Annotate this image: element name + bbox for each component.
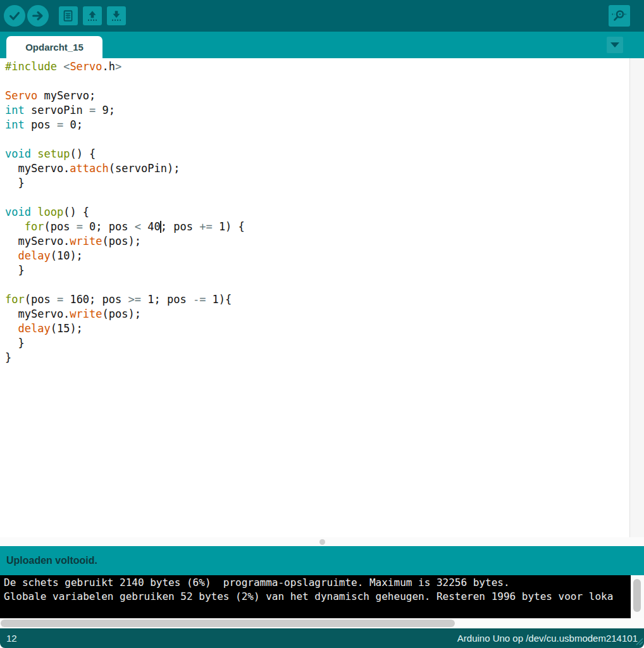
chevron-down-icon bbox=[610, 42, 619, 47]
open-button[interactable] bbox=[83, 6, 102, 25]
arrow-down-icon bbox=[109, 9, 123, 23]
arrow-up-icon bbox=[85, 9, 99, 23]
code-line[interactable] bbox=[5, 190, 625, 205]
save-button[interactable] bbox=[107, 6, 126, 25]
splitter-handle-icon bbox=[319, 539, 325, 545]
code-line[interactable]: } bbox=[5, 336, 625, 351]
code-line[interactable]: for(pos = 0; pos < 40; pos += 1) { bbox=[5, 220, 625, 234]
checkmark-icon bbox=[8, 9, 22, 23]
arduino-ide-window: Opdarcht_15 #include <Servo.h>Servo mySe… bbox=[0, 0, 644, 648]
new-sketch-button[interactable] bbox=[59, 6, 78, 25]
tab-bar: Opdarcht_15 bbox=[0, 32, 644, 58]
arrow-right-icon bbox=[31, 9, 45, 23]
horizontal-scrollbar-thumb[interactable] bbox=[1, 620, 455, 627]
line-status-bar: 12 Arduino Uno op /dev/cu.usbmodem214101 bbox=[0, 628, 644, 648]
code-line[interactable] bbox=[5, 132, 625, 147]
code-line[interactable]: myServo.write(pos); bbox=[5, 234, 625, 249]
toolbar bbox=[0, 0, 644, 32]
code-lines: #include <Servo.h>Servo myServo;int serv… bbox=[5, 59, 625, 365]
code-line[interactable]: int servoPin = 9; bbox=[5, 103, 625, 118]
code-line[interactable]: for(pos = 160; pos >= 1; pos -= 1){ bbox=[5, 292, 625, 307]
code-line[interactable]: #include <Servo.h> bbox=[5, 59, 625, 74]
resize-grip-icon[interactable] bbox=[633, 635, 643, 647]
editor-scrollbar[interactable] bbox=[629, 58, 644, 537]
horizontal-scrollbar[interactable] bbox=[0, 618, 644, 628]
board-port-label: Arduino Uno op /dev/cu.usbmodem214101 bbox=[457, 633, 638, 644]
code-line[interactable]: myServo.write(pos); bbox=[5, 307, 625, 321]
console-scrollbar[interactable] bbox=[631, 575, 644, 618]
splitter[interactable] bbox=[0, 537, 644, 546]
line-number: 12 bbox=[6, 633, 17, 644]
magnifier-icon bbox=[611, 8, 628, 24]
console-output: De schets gebruikt 2140 bytes (6%) progr… bbox=[0, 575, 644, 618]
status-message: Uploaden voltooid. bbox=[6, 555, 97, 566]
console-text: De schets gebruikt 2140 bytes (6%) progr… bbox=[4, 576, 629, 604]
code-line[interactable]: myServo.attach(servoPin); bbox=[5, 161, 625, 176]
status-bar: Uploaden voltooid. bbox=[0, 546, 644, 575]
code-line[interactable]: Servo myServo; bbox=[5, 89, 625, 103]
console-line: Globale variabelen gebruiken 52 bytes (2… bbox=[4, 590, 629, 604]
verify-button[interactable] bbox=[4, 5, 25, 27]
code-line[interactable]: } bbox=[5, 263, 625, 278]
code-line[interactable]: } bbox=[5, 176, 625, 190]
serial-monitor-button[interactable] bbox=[609, 5, 630, 27]
console-scrollbar-thumb[interactable] bbox=[633, 579, 641, 612]
tab-label: Opdarcht_15 bbox=[25, 42, 84, 53]
code-line[interactable]: delay(15); bbox=[5, 321, 625, 336]
code-line[interactable] bbox=[5, 278, 625, 292]
code-line[interactable]: void loop() { bbox=[5, 205, 625, 220]
document-icon bbox=[61, 9, 75, 23]
upload-button[interactable] bbox=[27, 5, 49, 27]
code-line[interactable]: delay(10); bbox=[5, 249, 625, 263]
tab-menu-button[interactable] bbox=[607, 37, 623, 53]
code-editor[interactable]: #include <Servo.h>Servo myServo;int serv… bbox=[0, 58, 644, 537]
console-line: De schets gebruikt 2140 bytes (6%) progr… bbox=[4, 576, 629, 590]
code-line[interactable] bbox=[5, 74, 625, 89]
code-line[interactable]: int pos = 0; bbox=[5, 118, 625, 132]
code-line[interactable]: void setup() { bbox=[5, 147, 625, 161]
tab-opdarcht-15[interactable]: Opdarcht_15 bbox=[6, 36, 102, 58]
code-line[interactable]: } bbox=[5, 351, 625, 365]
